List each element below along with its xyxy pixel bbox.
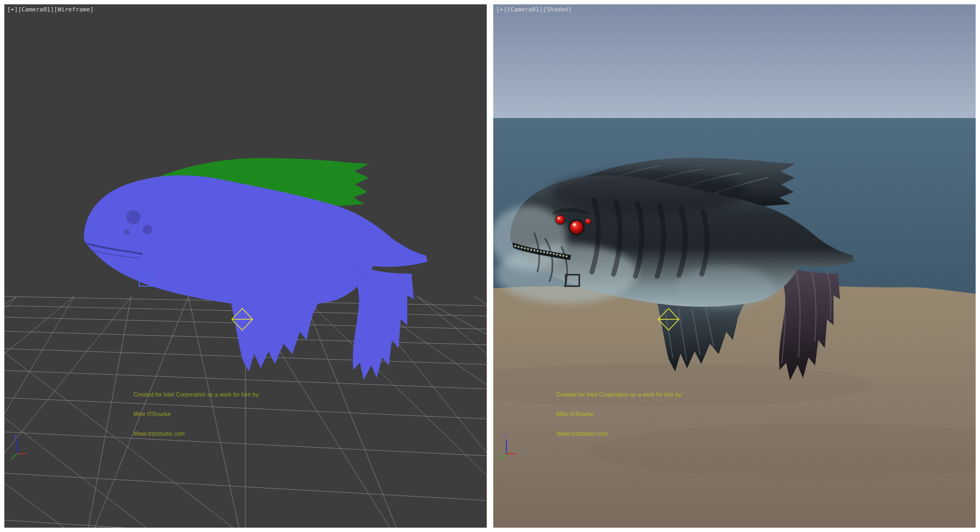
viewport-shaded[interactable]: z Created for Intel Corporation as a wor… [493,4,976,528]
wireframe-scene: z [4,4,487,528]
viewport-pov-menu[interactable]: [Camera01] [18,6,54,13]
viewport-wireframe[interactable]: z Created for Intel Corporation as a wor… [4,4,487,528]
fish-model-wireframe[interactable] [84,158,427,380]
viewport-pov-menu[interactable]: [Camera01] [507,6,543,13]
viewport-shading-menu[interactable]: [Shaded] [543,6,572,13]
world-axis-tripod: z [11,434,27,459]
viewport-general-menu[interactable]: [+] [496,6,507,13]
viewport-shading-menu[interactable]: [Wireframe] [54,6,94,13]
pectoral-wire-texture [231,301,318,372]
viewport-label-shaded: [+][Camera01][Shaded] [496,6,572,13]
viewport-label-wireframe: [+][Camera01][Wireframe] [7,6,94,13]
axis-z-label: z [503,434,506,439]
viewport-frame: z Created for Intel Corporation as a wor… [0,0,980,532]
shaded-scene: z [493,4,976,528]
axis-y-icon [11,454,17,459]
axis-z-label: z [14,434,17,439]
sky-backdrop [493,4,976,118]
viewport-general-menu[interactable]: [+] [7,6,18,13]
